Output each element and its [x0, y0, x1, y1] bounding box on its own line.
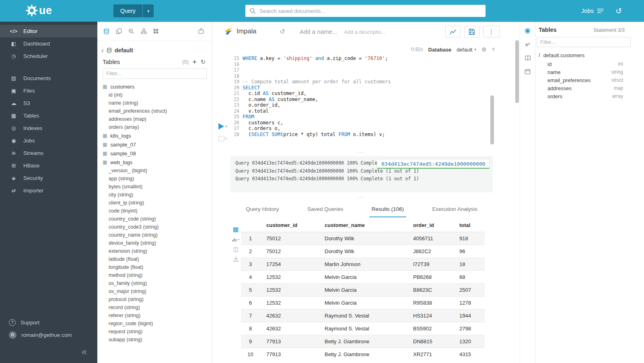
table-row[interactable]: 275012Dorothy WilkJ882C296 [241, 245, 485, 258]
column-header[interactable]: total [459, 219, 485, 232]
column-item[interactable]: email_preferencesstruct [535, 76, 644, 84]
column-item[interactable]: record (string) [97, 303, 212, 311]
sidebar-item-documents[interactable]: ▤Documents [0, 72, 97, 85]
sidebar-item-tables[interactable]: ▦Tables [0, 109, 97, 122]
table-item[interactable]: ▦web_logs [97, 158, 212, 167]
table-row[interactable]: 742632Raymond S. VestalHS31241944 [241, 309, 485, 322]
sidebar-item-importer[interactable]: ⇄Importer [0, 184, 97, 197]
column-item[interactable]: request (string) [97, 328, 212, 336]
column-item[interactable]: subapp (string) [97, 336, 212, 344]
sidebar-item-hbase[interactable]: ⊞HBase [0, 159, 97, 172]
search-zoom-icon[interactable] [128, 28, 134, 34]
sidebar-item-scheduler[interactable]: ◷Scheduler [0, 50, 97, 62]
column-item[interactable]: client_ip (string) [97, 199, 212, 207]
sidebar-item-files[interactable]: ▣Files [0, 85, 97, 97]
jobs-link[interactable]: Jobs [581, 0, 604, 22]
sidebar-item-editor[interactable]: </>Editor [0, 25, 97, 37]
chart-button[interactable] [445, 26, 461, 37]
sidebar-item-security[interactable]: ◈Security [0, 172, 97, 184]
column-item[interactable]: idint [535, 60, 644, 68]
column-item[interactable]: method (string) [97, 271, 212, 279]
column-item[interactable]: country_name (string) [97, 231, 212, 239]
sidebar-item-streams[interactable]: ≋Streams [0, 147, 97, 159]
column-item[interactable]: email_preferences (struct) [97, 107, 212, 115]
sidebar-item-s3[interactable]: ☁S3 [0, 97, 97, 109]
column-item[interactable]: referer (string) [97, 311, 212, 320]
table-row[interactable]: 175012Dorothy Wilk4056711918 [241, 232, 485, 245]
table-row[interactable]: 512532Melvin GarciaB8623C2507 [241, 283, 485, 296]
column-header[interactable]: customer_name [324, 219, 412, 232]
column-item[interactable]: longitude (float) [97, 263, 212, 271]
download-icon[interactable] [233, 256, 239, 262]
table-row[interactable]: 977913Betty J. GiambroneDN88151320 [241, 335, 485, 348]
editor-assistant-icon[interactable]: ◉ [525, 27, 531, 34]
grid-view-icon[interactable]: ▦ [232, 226, 239, 233]
table-item[interactable]: ▦sample_08 [97, 149, 212, 158]
functions-icon[interactable]: x² [525, 41, 530, 47]
columns-view-icon[interactable]: ◫ [233, 246, 238, 252]
database-dropdown[interactable]: default ▾ [457, 47, 476, 53]
refresh-icon[interactable]: ↻ [200, 59, 206, 65]
back-chevron-icon[interactable]: ‹ [101, 47, 104, 54]
table-row[interactable]: 612532Melvin GarciaR9S8381278 [241, 296, 485, 309]
resize-grip[interactable]: ··· [230, 196, 493, 200]
column-item[interactable]: protocol (string) [97, 295, 212, 303]
info-icon[interactable]: i [539, 52, 540, 58]
chart-view-icon[interactable]: ▾ [232, 237, 239, 242]
column-item[interactable]: code (tinyint) [97, 207, 212, 215]
search-input[interactable] [259, 8, 481, 14]
column-item[interactable]: bytes (smallint) [97, 183, 212, 191]
sidebar-item-support[interactable]: ? Support [0, 316, 97, 328]
chevron-down-icon[interactable]: ▾ [142, 4, 154, 17]
collapse-sidebar-icon[interactable]: « [82, 347, 87, 357]
apps-grid-icon[interactable] [153, 29, 158, 34]
table-row[interactable]: 412532Melvin GarciaPB626868 [241, 270, 485, 283]
column-item[interactable]: country_code (string) [97, 215, 212, 223]
help-icon[interactable]: ? [492, 47, 495, 53]
more-actions-button[interactable]: ⋮ [483, 26, 500, 37]
column-item[interactable]: extension (string) [97, 247, 212, 255]
column-item[interactable]: region_code (bigint) [97, 320, 212, 328]
column-header[interactable]: order_id [412, 219, 459, 232]
tab-results-106[interactable]: Results (106) [369, 202, 406, 217]
reload-history-icon[interactable]: ↺ [280, 28, 285, 35]
query-id-tooltip[interactable]: 034d413ec7474ed5:4249de1000000000 [377, 159, 490, 169]
sitemap-icon[interactable] [141, 28, 147, 34]
document-search[interactable] [245, 5, 486, 17]
table-item[interactable]: ▦k8s_logs [97, 131, 212, 140]
column-item[interactable]: name (string) [97, 99, 212, 107]
column-item[interactable]: device_family (string) [97, 239, 212, 247]
column-item[interactable]: namestring [535, 68, 644, 76]
column-item[interactable]: app (string) [97, 175, 212, 183]
settings-gear-icon[interactable]: ⚙ [481, 46, 487, 53]
table-row[interactable]: 1077913Betty J. GiambroneXR27714315 [241, 348, 485, 361]
column-item[interactable]: ordersarray [535, 92, 644, 100]
column-item[interactable]: id (int) [97, 91, 212, 99]
tab-saved-queries[interactable]: Saved Queries [305, 202, 346, 217]
column-item[interactable]: addressesmap [535, 84, 644, 92]
snippet-settings-button[interactable]: ▾ [218, 136, 227, 141]
query-button-label[interactable]: Query [113, 4, 142, 17]
code-editor[interactable]: 1516171819202122232425262728 WHERE a.key… [212, 56, 520, 142]
schedule-icon[interactable] [525, 68, 531, 74]
new-query-button[interactable]: Query ▾ [113, 4, 154, 17]
hue-logo[interactable]: ue [26, 4, 52, 16]
column-item[interactable]: orders (array) [97, 123, 212, 131]
language-reference-icon[interactable] [525, 55, 531, 61]
table-row[interactable]: 317254Martin JohnsonI72T3918 [241, 258, 485, 270]
database-source-icon[interactable] [103, 28, 109, 35]
table-item[interactable]: ▦customers [97, 82, 212, 91]
column-item[interactable]: city (string) [97, 191, 212, 199]
tab-execution-analysis[interactable]: Execution Analysis [430, 202, 480, 217]
code-content[interactable]: WHERE a.key = 'shipping' and a.zip_code … [243, 56, 488, 137]
editor-scrollbar[interactable] [490, 95, 494, 144]
sidebar-item-indexes[interactable]: ◎Indexes [0, 122, 97, 134]
column-item[interactable]: addresses (map) [97, 115, 212, 123]
documents-source-icon[interactable] [116, 28, 122, 34]
sidebar-item-dashboard[interactable]: ◧Dashboard [0, 37, 97, 50]
table-item[interactable]: ▦sample_07 [97, 140, 212, 149]
breadcrumb-database[interactable]: default [115, 47, 133, 54]
tab-query-history[interactable]: Query History [243, 202, 282, 217]
add-table-icon[interactable]: + [193, 59, 196, 65]
sidebar-item-jobs[interactable]: ◉Jobs [0, 134, 97, 147]
